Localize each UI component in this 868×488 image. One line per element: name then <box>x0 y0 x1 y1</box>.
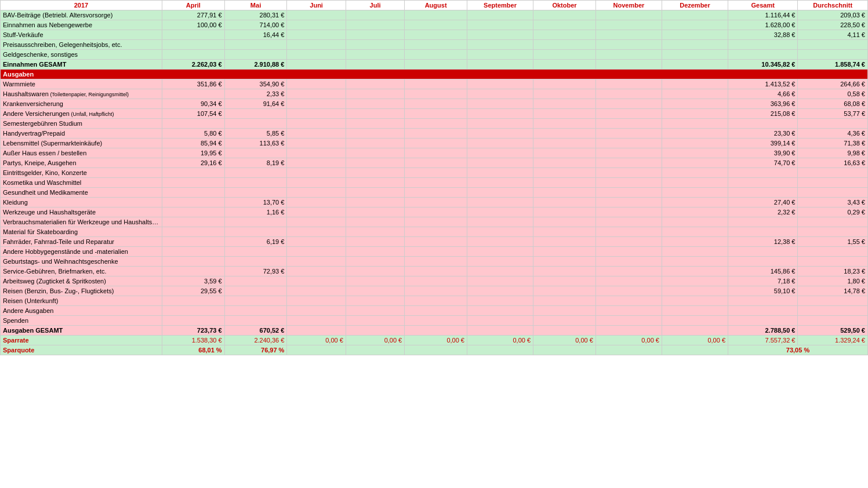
row-value-gesamt: 59,10 € <box>728 286 798 296</box>
row-value-mai <box>224 168 287 178</box>
row-value-durchschnitt: 228,50 € <box>798 20 868 30</box>
row-value-juli <box>346 178 404 188</box>
row-value-oktober <box>533 188 596 198</box>
table-row: Geburtstags- und Weihnachtsgeschenke <box>1 257 868 267</box>
row-value-juli <box>346 158 404 168</box>
table-row: Andere Hobbygegenstände und -materialien <box>1 247 868 257</box>
row-value-oktober <box>533 10 596 20</box>
row-value-oktober <box>533 227 596 237</box>
row-value-gesamt <box>728 316 798 326</box>
row-value-oktober <box>533 158 596 168</box>
row-value-gesamt <box>728 227 798 237</box>
row-value-oktober: 0,00 € <box>533 336 596 345</box>
row-value-juli <box>346 139 404 148</box>
row-value-september <box>467 50 533 60</box>
row-label: Krankenversicherung <box>1 99 162 109</box>
row-value-oktober <box>533 267 596 276</box>
row-value-mai: 5,85 € <box>224 129 287 139</box>
row-value-dezember <box>662 188 728 198</box>
row-label: Verbrauchsmaterialien für Werkzeuge und … <box>1 217 162 227</box>
row-value-mai: 670,52 € <box>224 326 287 336</box>
row-value-juli <box>346 198 404 207</box>
row-value-gesamt: 363,96 € <box>728 99 798 109</box>
row-value-august <box>405 257 467 267</box>
row-value-durchschnitt <box>798 178 868 188</box>
row-value-september <box>467 20 533 30</box>
row-value-juni: 0,00 € <box>287 336 346 345</box>
table-row: Eintrittsgelder, Kino, Konzerte <box>1 168 868 178</box>
row-value-november <box>595 30 662 40</box>
row-value-juli <box>346 168 404 178</box>
row-value-august <box>405 188 467 198</box>
row-value-november <box>595 109 662 119</box>
row-value-oktober <box>533 168 596 178</box>
row-value-juni <box>287 99 346 109</box>
row-value-juni <box>287 237 346 247</box>
row-value-juni <box>287 316 346 326</box>
row-value-september <box>467 326 533 336</box>
row-label: Semestergebühren Studium <box>1 119 162 129</box>
row-value-juli <box>346 60 404 70</box>
row-value-september <box>467 119 533 129</box>
row-value-november <box>595 227 662 237</box>
row-label: Spenden <box>1 316 162 326</box>
row-value-juli <box>346 217 404 227</box>
row-value-november <box>595 326 662 336</box>
row-value-september <box>467 306 533 316</box>
row-value-april <box>162 257 224 267</box>
juli-header: Juli <box>346 1 404 10</box>
row-label: Partys, Kneipe, Ausgehen <box>1 158 162 168</box>
row-value-september <box>467 188 533 198</box>
row-value-august <box>405 286 467 296</box>
row-value-november <box>595 89 662 99</box>
row-value-durchschnitt: 9,98 € <box>798 148 868 158</box>
row-value-august <box>405 178 467 188</box>
table-row: Kosmetika und Waschmittel <box>1 178 868 188</box>
row-value-gesamt: 32,88 € <box>728 30 798 40</box>
row-value-mai: 280,31 € <box>224 10 287 20</box>
row-value-mai <box>224 40 287 50</box>
row-value-durchschnitt: 529,50 € <box>798 326 868 336</box>
row-value-oktober <box>533 79 596 89</box>
row-value-september <box>467 148 533 158</box>
row-value-gesamt <box>728 119 798 129</box>
row-value-november <box>595 60 662 70</box>
row-value-april <box>162 188 224 198</box>
row-value-oktober <box>533 247 596 257</box>
row-value-august <box>405 139 467 148</box>
row-value-oktober <box>533 119 596 129</box>
row-value-november <box>595 188 662 198</box>
row-value-april: 19,95 € <box>162 148 224 158</box>
row-value-juli <box>346 227 404 237</box>
row-value-juli <box>346 276 404 286</box>
row-value-gesamt: 23,30 € <box>728 129 798 139</box>
row-value-durchschnitt <box>798 217 868 227</box>
row-value-august <box>405 109 467 119</box>
row-value-juni <box>287 79 346 89</box>
row-value-oktober <box>533 276 596 286</box>
row-value-oktober <box>533 306 596 316</box>
row-value-oktober <box>533 109 596 119</box>
row-value-november <box>595 129 662 139</box>
row-value-oktober <box>533 40 596 50</box>
row-value-november <box>595 296 662 306</box>
row-value-juni <box>287 207 346 217</box>
row-value-juni <box>287 20 346 30</box>
row-value-november <box>595 148 662 158</box>
table-row: Haushaltswaren (Toilettenpapier, Reinigu… <box>1 89 868 99</box>
table-row: Kleidung13,70 €27,40 €3,43 € <box>1 198 868 207</box>
row-value-november <box>595 168 662 178</box>
row-value-dezember <box>662 50 728 60</box>
row-value-juni <box>287 217 346 227</box>
row-value-mai <box>224 316 287 326</box>
row-value-gesamt <box>728 217 798 227</box>
year-header: 2017 <box>1 1 162 10</box>
row-value-juni <box>287 188 346 198</box>
row-value-durchschnitt <box>798 306 868 316</box>
row-value-august <box>405 40 467 50</box>
row-value-mai <box>224 217 287 227</box>
row-value-november <box>595 139 662 148</box>
row-value-april: 1.538,30 € <box>162 336 224 345</box>
row-value-mai <box>224 148 287 158</box>
row-value-oktober <box>533 60 596 70</box>
